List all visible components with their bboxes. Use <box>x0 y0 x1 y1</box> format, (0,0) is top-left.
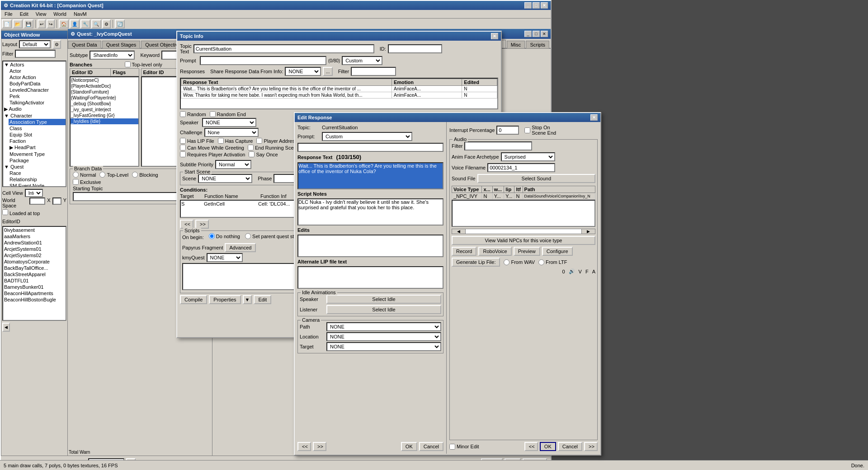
editor-item[interactable]: BADTFL01 <box>3 277 66 284</box>
tool-btn-4[interactable]: 🔍 <box>91 19 101 28</box>
audio-filter-input[interactable] <box>464 141 532 150</box>
tree-package[interactable]: Package <box>9 157 66 164</box>
scroll-right-btn[interactable]: ▶ <box>581 229 595 234</box>
edit-btn[interactable]: Edit <box>254 295 271 304</box>
prompt-dropdown[interactable]: Custom <box>342 56 382 65</box>
tree-movement-type[interactable]: Movement Type <box>9 151 66 157</box>
random-end-check[interactable] <box>210 111 216 117</box>
edits-area[interactable] <box>297 235 443 257</box>
from-ltf-radio[interactable] <box>538 259 544 265</box>
speaker-select[interactable]: NONE <box>202 118 256 127</box>
stop-on-scene-check[interactable] <box>524 127 530 133</box>
x-input[interactable] <box>52 197 61 205</box>
interrupt-pct-input[interactable] <box>496 126 519 135</box>
branch-item[interactable]: {WaitingForPlayerInte} <box>71 95 138 101</box>
world-space-input[interactable] <box>29 197 45 205</box>
er-ok-btn2[interactable]: OK <box>540 442 556 451</box>
tree-talkingactivator[interactable]: TalkingActivator <box>9 99 66 106</box>
quest-close-btn[interactable]: ✕ <box>541 31 548 37</box>
subtype-select[interactable]: SharedInfo <box>90 51 135 60</box>
editor-item[interactable]: 0ivybasement <box>3 227 66 233</box>
editor-item[interactable]: BeaconHillApartments <box>3 290 66 296</box>
er-cancel-btn2[interactable]: Cancel <box>558 442 582 451</box>
end-running-check[interactable] <box>248 145 254 150</box>
share-btn[interactable]: ... <box>323 67 332 76</box>
can-move-check[interactable] <box>180 145 186 150</box>
edit-extra-input[interactable] <box>297 143 443 152</box>
tree-faction[interactable]: Faction <box>9 138 66 144</box>
response-text-area[interactable]: Wait... This is Bradberton's office? Are… <box>297 162 443 189</box>
tree-leveledcharacter[interactable]: LeveledCharacter <box>9 87 66 93</box>
tree-actor[interactable]: Actor <box>9 68 66 74</box>
tool-btn-2[interactable]: 👤 <box>70 19 80 28</box>
layout-settings-btn[interactable]: ⚙ <box>52 40 61 49</box>
tree-actors[interactable]: ▼ Actors <box>3 61 66 68</box>
anim-face-select[interactable]: Surprised <box>501 152 555 161</box>
edit-prompt-select[interactable]: Custom <box>322 132 412 141</box>
select-sound-btn[interactable]: Select Sound <box>477 174 595 183</box>
response-row[interactable]: Wow. Thanks for taking me here babe. I w… <box>181 92 497 99</box>
view-valid-npcs-btn[interactable]: View Valid NPCs for this voice type <box>452 236 595 245</box>
id-input[interactable] <box>388 44 442 53</box>
tree-sm-event-node[interactable]: SM Event Node <box>9 183 66 187</box>
requires-player-check[interactable] <box>180 151 186 157</box>
branch-item[interactable]: _IvyFastGreeting {Gr} <box>71 113 138 118</box>
er-cancel-btn[interactable]: Cancel <box>419 442 443 451</box>
tool-btn-3[interactable]: 🔧 <box>80 19 90 28</box>
do-nothing-radio[interactable] <box>209 233 215 239</box>
new-btn[interactable]: 📄 <box>2 19 12 28</box>
top-level-check[interactable] <box>125 61 131 67</box>
share-select[interactable]: NONE <box>285 67 321 76</box>
advanced-btn[interactable]: Advanced <box>225 243 256 252</box>
undo-btn[interactable]: ↩ <box>38 19 46 28</box>
open-btn[interactable]: 📂 <box>13 19 23 28</box>
prev-scroll-btn[interactable]: ◀ <box>2 323 10 332</box>
editor-item[interactable]: BackBayTallOffice... <box>3 265 66 271</box>
nav-next-btn[interactable]: >> <box>195 220 209 229</box>
er-nav-next[interactable]: >> <box>313 442 326 451</box>
target-select[interactable]: NONE <box>326 342 441 351</box>
listener-idle-btn[interactable]: Select Idle <box>326 305 441 314</box>
editor-item[interactable]: aaaMarkers <box>3 233 66 240</box>
branch-item[interactable]: {NoticorpseC} <box>71 77 138 83</box>
response-row[interactable]: Wait... This is Bradberton's office? Are… <box>181 86 497 92</box>
voice-filename-input[interactable] <box>487 163 555 172</box>
branch-item[interactable]: {PlayerActivateDoc} <box>71 83 138 89</box>
alt-lip-area[interactable] <box>297 266 443 289</box>
toplevel-radio[interactable] <box>99 172 105 178</box>
edit-response-close-btn[interactable]: ✕ <box>590 114 598 121</box>
preview-btn[interactable]: Preview <box>514 247 540 256</box>
editor-item[interactable]: AtomatoysCorporate <box>3 258 66 265</box>
location-select[interactable]: NONE <box>326 332 441 341</box>
tree-bodypartdata[interactable]: BodyPartData <box>9 80 66 87</box>
voice-row[interactable]: _NPC_IVY N Y... Y... N Data\Sound\Voice\… <box>452 193 595 200</box>
tree-relationship[interactable]: Relationship <box>9 176 66 183</box>
has-capture-check[interactable] <box>218 138 224 144</box>
menu-file[interactable]: File <box>3 11 14 17</box>
quest-minimize-btn[interactable]: _ <box>524 31 532 37</box>
tool-btn-5[interactable]: ⚙ <box>102 19 111 28</box>
editor-item[interactable]: AndrewStation01 <box>3 240 66 246</box>
filter-input[interactable] <box>15 50 56 58</box>
er-nav-next2[interactable]: >> <box>584 442 598 451</box>
editor-item[interactable]: BarneysBunker01 <box>3 284 66 290</box>
player-address-check[interactable] <box>256 138 262 144</box>
tree-character[interactable]: ▼ Character <box>3 113 66 119</box>
er-ok-btn[interactable]: OK <box>401 442 417 451</box>
say-once-check[interactable] <box>249 151 255 157</box>
normal-radio[interactable] <box>73 172 79 178</box>
blocking-radio[interactable] <box>132 172 138 178</box>
tree-association-type[interactable]: Association Type <box>9 119 66 125</box>
branch-item[interactable]: _debug {ShootBow} <box>71 101 138 107</box>
tab-quest-stages[interactable]: Quest Stages <box>102 41 141 48</box>
maximize-btn[interactable]: □ <box>533 2 540 9</box>
filter-input[interactable] <box>351 67 396 76</box>
menu-view[interactable]: View <box>34 11 48 17</box>
tab-misc[interactable]: Misc <box>507 41 525 48</box>
nav-prev-btn[interactable]: << <box>180 220 193 229</box>
scene-select[interactable]: NONE <box>198 174 252 183</box>
record-btn[interactable]: Record <box>452 247 476 256</box>
tree-audio[interactable]: ▶ Audio <box>3 106 66 113</box>
tree-quest[interactable]: ▼ Quest <box>3 164 66 170</box>
er-nav-prev2[interactable]: << <box>524 442 538 451</box>
